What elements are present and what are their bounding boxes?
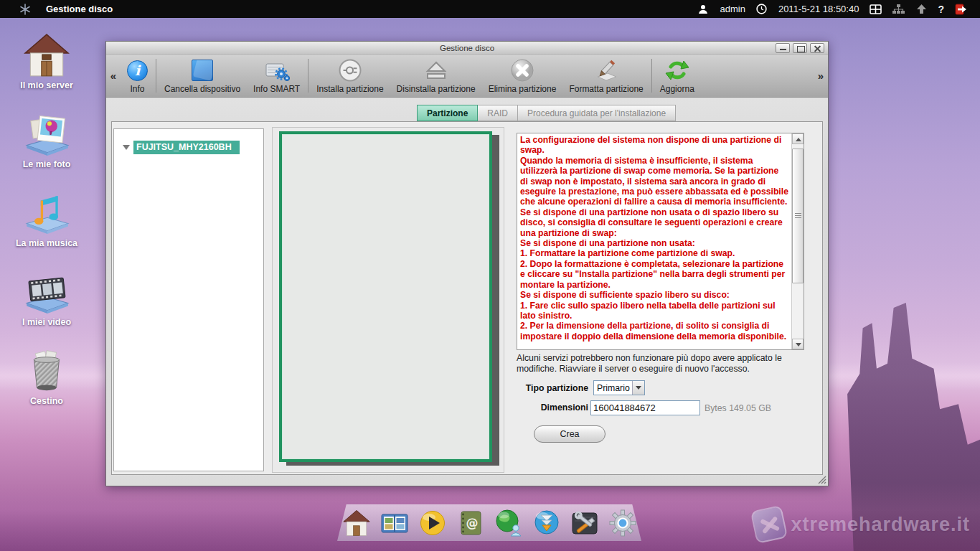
watermark: xtremehardware.it	[753, 508, 970, 541]
partition-size-suffix: Bytes 149.05 GB	[705, 403, 771, 413]
tab-raid[interactable]: RAID	[478, 105, 518, 121]
device-tree-panel: FUJITSU_MHY2160BH	[113, 128, 264, 471]
toolbar-separator	[308, 59, 308, 93]
toolbar-button-format-partition[interactable]: Formatta partizione	[562, 55, 649, 97]
tab-installation-wizard[interactable]: Procedura guidata per l'installazione	[518, 105, 676, 121]
desktop-icon-label: La mia musica	[6, 238, 88, 248]
window-resize-grip[interactable]	[816, 474, 826, 484]
desktop-icon-label: Le mie foto	[6, 159, 88, 169]
tree-view-icon[interactable]	[892, 3, 905, 16]
create-button[interactable]: Crea	[534, 425, 606, 443]
window-title: Gestione disco	[440, 44, 494, 52]
mount-partition-icon	[337, 57, 363, 84]
smart-info-icon	[264, 57, 290, 84]
clock-icon	[755, 3, 768, 16]
warning-scrollbar[interactable]	[791, 133, 804, 349]
select-dropdown-button[interactable]	[632, 381, 644, 395]
toolbar-collapse-left[interactable]: «	[106, 55, 121, 97]
videos-icon	[6, 264, 88, 314]
delete-partition-icon	[509, 57, 535, 84]
partition-type-label: Tipo partizione	[517, 383, 588, 393]
toolbar-separator	[156, 59, 156, 93]
tab-strip: Partizione RAID Procedura guidata per l'…	[417, 105, 676, 122]
partition-size-label: Dimensioni	[517, 402, 588, 413]
help-icon[interactable]: ?	[938, 4, 944, 15]
scrollbar-thumb[interactable]	[792, 149, 804, 283]
desktop-icon-my-music[interactable]: La mia musica	[6, 185, 88, 248]
window-titlebar[interactable]: Gestione disco	[106, 42, 828, 55]
free-space-region[interactable]	[279, 131, 492, 462]
desktop-icon-my-videos[interactable]: I miei video	[6, 264, 88, 327]
scroll-up-button[interactable]	[792, 133, 804, 144]
maximize-button[interactable]	[793, 43, 807, 53]
window-controls	[776, 43, 824, 53]
eject-partition-icon	[423, 57, 449, 84]
datetime-label: 2011-5-21 18:50:40	[778, 4, 859, 14]
scroll-down-button[interactable]	[792, 339, 804, 349]
dock: @	[337, 504, 641, 541]
tab-partizione[interactable]: Partizione	[417, 105, 478, 121]
desktop-screen: Gestione disco admin 2011-5-21 18:50:40 …	[0, 0, 980, 551]
toolbar-button-smart-info[interactable]: Info SMART	[247, 55, 306, 97]
photos-icon	[6, 106, 88, 156]
watermark-x-logo	[750, 505, 788, 544]
desktop-icon-label: Cestino	[6, 396, 88, 406]
address-book-icon[interactable]: @	[456, 508, 486, 538]
partition-type-select[interactable]: Primario	[593, 380, 645, 395]
username-label: admin	[720, 4, 745, 14]
minimize-button[interactable]	[776, 43, 790, 53]
format-partition-icon	[593, 57, 619, 84]
refresh-icon	[664, 57, 690, 84]
partition-map-panel	[272, 127, 504, 473]
system-logo-icon[interactable]	[19, 3, 32, 16]
window-content: FUJITSU_MHY2160BH La configurazione del …	[111, 121, 823, 475]
erase-device-icon	[192, 57, 213, 84]
close-button[interactable]	[810, 43, 824, 53]
network-globe-icon[interactable]	[494, 508, 524, 538]
window-toolbar: « i Info Cancella dispositivo Info SMART	[106, 55, 828, 98]
toolbar-button-refresh[interactable]: Aggiorna	[654, 55, 701, 97]
swap-warning-box: La configurazione del sistema non dispon…	[517, 133, 804, 350]
services-note: Alcuni servizi potrebbero non funzionare…	[517, 353, 803, 375]
partition-size-input[interactable]	[590, 400, 700, 415]
disk-tools-icon[interactable]	[570, 508, 600, 538]
app-title: Gestione disco	[46, 4, 113, 14]
home-icon	[6, 27, 88, 77]
desktop-icon-my-photos[interactable]: Le mie foto	[6, 106, 88, 169]
toolbar-collapse-right[interactable]: »	[814, 55, 828, 97]
desktop-icon-label: I miei video	[6, 317, 88, 327]
scrollbar-grip	[795, 213, 801, 219]
toolbar-button-eject-partition[interactable]: Disinstalla partizione	[390, 55, 482, 97]
desktop-icon-my-server[interactable]: Il mio server	[6, 27, 88, 90]
partition-type-value: Primario	[594, 383, 632, 393]
toolbar-button-info[interactable]: i Info	[121, 55, 154, 97]
device-tree-item[interactable]: FUJITSU_MHY2160BH	[123, 141, 240, 154]
desktop-icon-trash[interactable]: Cestino	[6, 343, 88, 406]
watermark-text: xtremehardware.it	[791, 514, 970, 536]
swap-warning-text: La configurazione del sistema non dispon…	[517, 133, 791, 349]
toolbar-button-mount-partition[interactable]: Installa partizione	[310, 55, 390, 97]
toolbar-button-erase-device[interactable]: Cancella dispositivo	[158, 55, 247, 97]
music-icon	[6, 185, 88, 235]
topbar-status-area: admin 2011-5-21 18:50:40 ?	[697, 3, 967, 16]
toolbar-button-delete-partition[interactable]: Elimina partizione	[482, 55, 563, 97]
download-globe-icon[interactable]	[532, 508, 562, 538]
up-arrow-icon[interactable]	[915, 3, 928, 16]
info-icon: i	[127, 57, 148, 84]
user-icon	[697, 3, 710, 16]
svg-text:@: @	[466, 516, 478, 530]
grid-icon[interactable]	[869, 3, 882, 16]
desktop-icon-label: Il mio server	[6, 80, 88, 90]
toolbar-separator	[651, 59, 652, 93]
top-menu-bar: Gestione disco admin 2011-5-21 18:50:40 …	[0, 0, 980, 18]
photo-album-icon[interactable]	[380, 508, 410, 538]
device-name[interactable]: FUJITSU_MHY2160BH	[133, 141, 240, 154]
trash-icon	[6, 343, 88, 393]
media-player-icon[interactable]	[418, 508, 448, 538]
settings-gear-icon[interactable]	[608, 508, 638, 538]
logout-icon[interactable]	[954, 3, 967, 16]
home-icon[interactable]	[341, 508, 372, 538]
disk-management-window: Gestione disco « i Info Cancella disposi…	[105, 41, 829, 486]
tree-expand-caret[interactable]	[123, 145, 130, 150]
